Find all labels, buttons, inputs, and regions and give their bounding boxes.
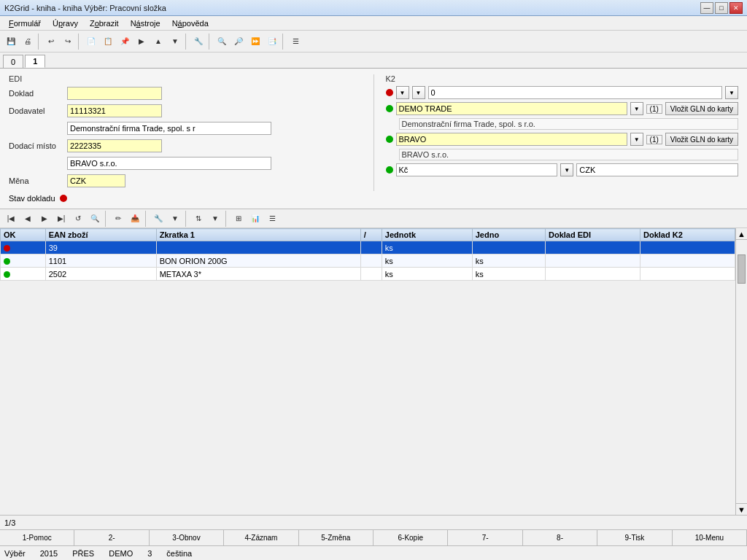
scroll-up-btn[interactable]: ▲: [736, 228, 747, 240]
fn-key-9[interactable]: 9-Tisk: [597, 530, 672, 545]
tb-copy-btn[interactable]: 📋: [100, 34, 116, 50]
menu-formularz[interactable]: Formulář: [3, 18, 47, 29]
scroll-thumb[interactable]: [738, 254, 746, 284]
tb-search-btn[interactable]: 🔍: [214, 34, 230, 50]
k2-dropdown-1[interactable]: ▼: [396, 86, 409, 99]
nav-refresh-btn[interactable]: ↺: [70, 211, 86, 227]
tb-btn8[interactable]: 🔧: [190, 34, 206, 50]
k2-czk-input[interactable]: [576, 163, 738, 176]
nav-filter2-btn[interactable]: ▼: [167, 211, 183, 227]
edi-label: EDI: [9, 74, 362, 83]
fn-key-2[interactable]: 2-: [74, 530, 149, 545]
dodavatel-input[interactable]: [67, 104, 162, 117]
k2-bravo-dropdown[interactable]: ▼: [630, 133, 643, 146]
k2-demo-trade-input[interactable]: [396, 102, 627, 115]
vlozit-gln-btn-1[interactable]: Vložit GLN do karty: [665, 102, 738, 115]
nav-first-btn[interactable]: |◀: [3, 211, 19, 227]
maximize-button[interactable]: □: [715, 2, 728, 14]
cell-zkratka: BON ORION 200G: [156, 254, 360, 268]
fn-key-10[interactable]: 10-Menu: [673, 530, 747, 545]
tb-find3-btn[interactable]: 📑: [264, 34, 280, 50]
tab-0[interactable]: 0: [3, 55, 23, 68]
k2-1-btn[interactable]: (1): [646, 104, 662, 114]
k2-number-input[interactable]: [428, 86, 723, 99]
nav-more-btn[interactable]: ☰: [264, 211, 280, 227]
col-jedno: Jedno: [472, 229, 545, 241]
doklad-input[interactable]: [67, 87, 162, 100]
dodaci-misto-name-input[interactable]: [67, 157, 271, 170]
main-toolbar: 💾 🖨 ↩ ↪ 📄 📋 📌 ▶ ▲ ▼ 🔧 🔍 🔎 ⏩ 📑 ☰: [0, 31, 747, 52]
dodavatel-name-input[interactable]: [67, 122, 271, 135]
col-slash: /: [360, 229, 382, 241]
nav-sort-btn[interactable]: ⇅: [190, 211, 206, 227]
nav-find-btn[interactable]: 🔍: [87, 211, 103, 227]
k2-row3: Demonstrační firma Trade, spol. s r.o.: [386, 118, 739, 130]
cell-doklad-edi: [546, 254, 640, 268]
mena-input[interactable]: [67, 174, 125, 187]
nav-last-btn[interactable]: ▶|: [53, 211, 69, 227]
k2-dropdown-3[interactable]: ▼: [725, 86, 738, 99]
nav-filter-btn[interactable]: 🔧: [150, 211, 166, 227]
menu-napoveda[interactable]: Nápověda: [166, 18, 214, 29]
grid-container[interactable]: OK EAN zboží Zkratka 1 / Jednotk Jedno D…: [0, 228, 735, 515]
tb-undo-btn[interactable]: ↩: [43, 34, 59, 50]
tb-list-btn[interactable]: ☰: [287, 34, 303, 50]
k2-status-dot-2: [386, 105, 393, 112]
k2-column: K2 ▼ ▼ ▼ ▼ (1) Vložit GLN do kart: [386, 74, 739, 191]
nav-sort2-btn[interactable]: ▼: [207, 211, 223, 227]
close-button[interactable]: ✕: [729, 2, 743, 14]
menu-upravy[interactable]: Úpravy: [47, 18, 84, 29]
tb-btn5[interactable]: ▶: [133, 34, 150, 50]
fn-key-6[interactable]: 6-Kopie: [374, 530, 448, 545]
col-ean: EAN zboží: [45, 229, 156, 241]
vlozit-gln-btn-2[interactable]: Vložit GLN do karty: [665, 133, 738, 146]
fn-key-1[interactable]: 1-Pomoc: [0, 530, 74, 545]
tb-redo-btn[interactable]: ↪: [60, 34, 76, 50]
stav-dokladu-label: Stav dokladu: [9, 194, 55, 203]
stav-dokladu-row: Stav dokladu: [9, 194, 738, 203]
nav-toolbar: |◀ ◀ ▶ ▶| ↺ 🔍 ✏ 📥 🔧 ▼ ⇅ ▼ ⊞ 📊 ☰: [0, 209, 747, 228]
form-columns: EDI Doklad Dodavatel Dodací místo: [9, 74, 738, 191]
fn-key-3[interactable]: 3-Obnov: [150, 530, 224, 545]
cell-doklad-k2: [640, 254, 735, 268]
k2-demo-trade-dropdown[interactable]: ▼: [630, 102, 643, 115]
tb-btn6[interactable]: ▲: [150, 34, 166, 50]
menu-nastroje[interactable]: Nástroje: [125, 18, 166, 29]
tb-find2-btn[interactable]: ⏩: [247, 34, 263, 50]
tb-paste-btn[interactable]: 📌: [117, 34, 133, 50]
nav-next-btn[interactable]: ▶: [36, 211, 53, 227]
fn-key-7[interactable]: 7-: [448, 530, 522, 545]
table-row[interactable]: 2502 METAXA 3* ks ks: [1, 268, 735, 281]
table-row[interactable]: 39 ks: [1, 241, 735, 254]
form-area: EDI Doklad Dodavatel Dodací místo: [0, 69, 747, 209]
nav-cols-btn[interactable]: ⊞: [231, 211, 247, 227]
fn-key-5[interactable]: 5-Změna: [299, 530, 374, 545]
nav-prev-btn[interactable]: ◀: [20, 211, 36, 227]
table-row[interactable]: 1101 BON ORION 200G ks ks: [1, 254, 735, 268]
tb-print-btn[interactable]: 🖨: [20, 34, 36, 50]
tb-save-btn[interactable]: 💾: [3, 34, 19, 50]
tb-new-btn[interactable]: 📄: [83, 34, 99, 50]
k2-company-name: Demonstrační firma Trade, spol. s r.o.: [399, 118, 739, 130]
tb-find-btn[interactable]: 🔎: [231, 34, 247, 50]
tb-btn7[interactable]: ▼: [167, 34, 183, 50]
fn-key-8[interactable]: 8-: [523, 530, 597, 545]
minimize-button[interactable]: —: [700, 2, 713, 14]
vertical-scrollbar[interactable]: ▲ ▼: [735, 228, 747, 515]
nav-edit-btn[interactable]: ✏: [110, 211, 126, 227]
tab-1[interactable]: 1: [25, 55, 45, 68]
nav-import-btn[interactable]: 📥: [127, 211, 143, 227]
dodavatel-row: Dodavatel: [9, 104, 362, 118]
function-bar: 1-Pomoc 2- 3-Obnov 4-Záznam 5-Změna 6-Ko…: [0, 529, 747, 545]
fn-key-4[interactable]: 4-Záznam: [224, 530, 298, 545]
nav-excel-btn[interactable]: 📊: [247, 211, 263, 227]
k2-1b-btn[interactable]: (1): [646, 135, 662, 144]
k2-bravo-input[interactable]: [396, 133, 627, 146]
scroll-down-btn[interactable]: ▼: [736, 503, 747, 515]
cell-jedno: [472, 241, 545, 254]
k2-kc-dropdown[interactable]: ▼: [560, 163, 573, 176]
menu-zobrazit[interactable]: Zobrazit: [84, 18, 125, 29]
dodaci-misto-input[interactable]: [67, 139, 162, 152]
k2-kc-input[interactable]: [396, 163, 558, 176]
k2-dropdown-2[interactable]: ▼: [412, 86, 425, 99]
